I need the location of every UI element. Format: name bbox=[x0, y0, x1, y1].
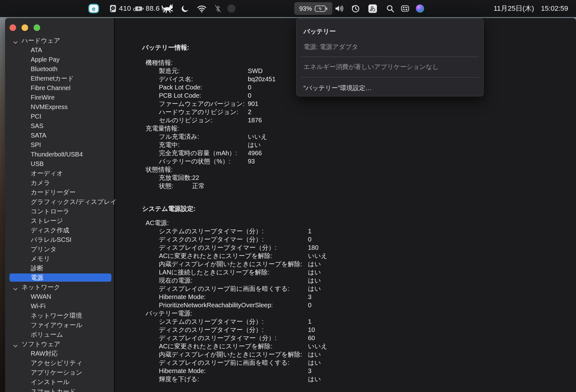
sidebar-item-ディスク作成[interactable]: ディスク作成 bbox=[5, 225, 114, 235]
menubar-item-control-center[interactable] bbox=[400, 0, 410, 17]
sidebar-item-Wi-Fi[interactable]: Wi-Fi bbox=[5, 301, 114, 311]
sidebar-item-コントローラ[interactable]: コントローラ bbox=[5, 206, 114, 216]
row-value: 0 bbox=[248, 83, 251, 91]
sidebar-item-Fibre Channel[interactable]: Fibre Channel bbox=[5, 83, 114, 93]
sidebar-item-スマートカード[interactable]: スマートカード bbox=[5, 387, 114, 392]
sidebar-item-Apple Pay[interactable]: Apple Pay bbox=[5, 55, 114, 64]
sidebar-item-アプリケーション[interactable]: アプリケーション bbox=[5, 368, 114, 377]
sidebar-item-インストール[interactable]: インストール bbox=[5, 377, 114, 387]
sidebar-item-Bluetooth[interactable]: Bluetooth bbox=[5, 64, 114, 74]
info-row: 完全充電時の容量（mAh）:4966 bbox=[115, 149, 576, 157]
menubar-item-screen-mirroring[interactable] bbox=[227, 0, 236, 17]
row-value: SWD bbox=[248, 67, 263, 75]
sidebar-item-電源[interactable]: 電源 bbox=[5, 273, 114, 282]
menubar-clock[interactable]: 11月25日(木) 15:02:59 bbox=[493, 0, 568, 17]
menubar-item-wifi[interactable] bbox=[197, 0, 207, 17]
system-information-window: ハードウェアATAApple PayBluetoothEthernetカードFi… bbox=[5, 18, 576, 392]
close-button[interactable] bbox=[9, 24, 16, 31]
battery-percent-value: 88.6 bbox=[146, 4, 160, 13]
sidebar-item-診断[interactable]: 診断 bbox=[5, 263, 114, 273]
menubar-item-runcat[interactable] bbox=[161, 0, 174, 17]
sidebar-group-label: ハードウェア bbox=[22, 36, 60, 45]
menubar-item-input-source[interactable]: あ bbox=[368, 0, 377, 17]
sidebar-item-FireWire[interactable]: FireWire bbox=[5, 93, 114, 102]
row-label: バッテリー情報: bbox=[115, 44, 189, 51]
sidebar-item-カメラ[interactable]: カメラ bbox=[5, 178, 114, 187]
row-label: 機種情報: bbox=[115, 59, 173, 66]
sidebar-item-label: スマートカード bbox=[31, 387, 76, 392]
sidebar-item-アクセシビリティ[interactable]: アクセシビリティ bbox=[5, 358, 114, 368]
desktop: { "menu_bar": { "disk_value": "410", "di… bbox=[0, 0, 576, 392]
menubar-item-volume[interactable] bbox=[334, 0, 344, 17]
sidebar-item-label: インストール bbox=[31, 377, 69, 387]
sidebar-item-USB[interactable]: USB bbox=[5, 159, 114, 168]
sidebar-item-SATA[interactable]: SATA bbox=[5, 131, 114, 140]
sidebar-group-ソフトウェア[interactable]: ソフトウェア bbox=[5, 339, 114, 349]
menubar-item-battery-status[interactable]: 93% bbox=[294, 2, 332, 15]
info-row: セルのリビジョン:1876 bbox=[115, 116, 576, 124]
sidebar-item-label: アプリケーション bbox=[31, 368, 82, 377]
sidebar-item-label: パラレルSCSI bbox=[31, 235, 72, 244]
sidebar-item-WWAN[interactable]: WWAN bbox=[5, 292, 114, 301]
sidebar-item-メモリ[interactable]: メモリ bbox=[5, 254, 114, 263]
menubar-item-siri[interactable] bbox=[416, 0, 424, 17]
row-label: Pack Lot Code: bbox=[115, 84, 202, 91]
row-label: ファームウェアのバージョン: bbox=[115, 100, 245, 107]
sidebar-item-プリンタ[interactable]: プリンタ bbox=[5, 244, 114, 254]
row-value: いいえ bbox=[248, 132, 267, 141]
sidebar-item-SAS[interactable]: SAS bbox=[5, 121, 114, 131]
sidebar-group-ネットワーク[interactable]: ネットワーク bbox=[5, 282, 114, 292]
sidebar-group-label: ネットワーク bbox=[22, 282, 60, 292]
sidebar-item-label: プリンタ bbox=[31, 244, 57, 254]
menubar-item-spotlight[interactable] bbox=[386, 0, 395, 17]
sidebar-item-ネットワーク環境[interactable]: ネットワーク環境 bbox=[5, 311, 114, 320]
sidebar-item-label: PCI bbox=[31, 112, 41, 121]
sidebar-item-グラフィックス/ディスプレイ[interactable]: グラフィックス/ディスプレイ bbox=[5, 197, 114, 206]
sidebar-item-label: RAW対応 bbox=[31, 349, 58, 358]
sidebar-item-label: FireWire bbox=[31, 93, 55, 102]
row-label: 完全充電時の容量（mAh）: bbox=[115, 150, 237, 156]
sidebar-item-カードリーダー[interactable]: カードリーダー bbox=[5, 187, 114, 197]
sidebar-item-Thunderbolt/USB4[interactable]: Thunderbolt/USB4 bbox=[5, 150, 114, 159]
row-value: はい bbox=[308, 375, 321, 383]
menubar-item-do-not-disturb[interactable] bbox=[181, 0, 189, 17]
sidebar-item-ストレージ[interactable]: ストレージ bbox=[5, 216, 114, 225]
row-label: PrioritizeNetworkReachabilityOverSleep: bbox=[115, 302, 273, 309]
menubar-item-time-machine[interactable] bbox=[351, 0, 360, 17]
running-cat-icon bbox=[161, 4, 174, 13]
sidebar-item-パラレルSCSI[interactable]: パラレルSCSI bbox=[5, 235, 114, 244]
control-center-icon bbox=[400, 4, 410, 13]
sidebar-item-Ethernetカード[interactable]: Ethernetカード bbox=[5, 74, 114, 83]
minimize-button[interactable] bbox=[22, 24, 28, 31]
info-row: バッテリーの状態（%）:93 bbox=[115, 157, 576, 165]
disk-usage-value: 410 bbox=[119, 4, 131, 13]
menubar-item-eset[interactable]: e bbox=[88, 0, 99, 17]
sidebar-item-label: USB bbox=[31, 159, 44, 168]
zoom-button[interactable] bbox=[34, 24, 40, 31]
row-label: 状態情報: bbox=[115, 166, 173, 173]
sidebar-item-ファイアウォール[interactable]: ファイアウォール bbox=[5, 320, 114, 330]
sidebar-group-ハードウェア[interactable]: ハードウェア bbox=[5, 36, 114, 45]
sidebar-item-label: Ethernetカード bbox=[31, 74, 74, 83]
info-row: ディスプレイのスリープタイマー（分）:180 bbox=[115, 243, 576, 252]
row-label: ACに変更されたときにスリープを解除: bbox=[115, 252, 272, 259]
sidebar-item-SPI[interactable]: SPI bbox=[5, 140, 114, 150]
menubar-item-disk-usage[interactable]: 410GB bbox=[109, 0, 139, 17]
sidebar-item-RAW対応[interactable]: RAW対応 bbox=[5, 349, 114, 358]
info-row: PrioritizeNetworkReachabilityOverSleep:0 bbox=[115, 301, 576, 309]
sidebar-item-label: Fibre Channel bbox=[31, 83, 71, 93]
info-row: ディスクのスリープタイマー（分）:10 bbox=[115, 326, 576, 334]
battery-preferences-item[interactable]: “バッテリー”環境設定… bbox=[304, 84, 372, 92]
info-row: システムのスリープタイマー（分）:1 bbox=[115, 227, 576, 235]
sidebar-item-PCI[interactable]: PCI bbox=[5, 112, 114, 121]
row-label: 内蔵ディスプレイが開いたときにスリープを解除: bbox=[115, 351, 302, 358]
row-value: 0 bbox=[248, 91, 251, 100]
row-label: AC電源: bbox=[115, 219, 169, 226]
sidebar-item-オーディオ[interactable]: オーディオ bbox=[5, 168, 114, 178]
sidebar-item-ボリューム[interactable]: ボリューム bbox=[5, 330, 114, 339]
info-row: システムのスリープタイマー（分）:1 bbox=[115, 317, 576, 326]
sidebar-item-NVMExpress[interactable]: NVMExpress bbox=[5, 102, 114, 112]
menubar-item-bluetooth[interactable] bbox=[214, 0, 222, 17]
info-row: 現在の電源:はい bbox=[115, 276, 576, 285]
sidebar-item-ATA[interactable]: ATA bbox=[5, 45, 114, 55]
